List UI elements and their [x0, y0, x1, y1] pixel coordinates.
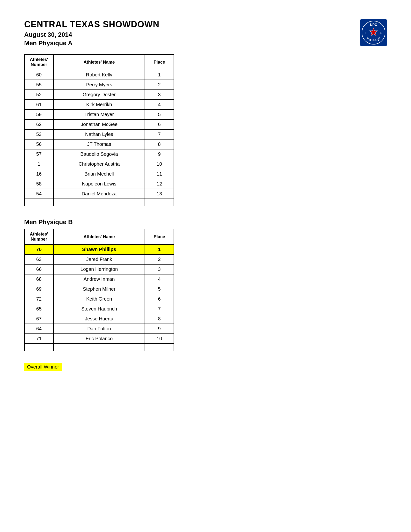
athlete-place: 9: [145, 324, 174, 334]
table-row: 56 JT Thomas 8: [24, 139, 174, 149]
svg-text:NPC: NPC: [370, 23, 377, 27]
athlete-name: Nathan Lyles: [53, 129, 145, 139]
table-row: 52 Gregory Doster 3: [24, 90, 174, 100]
athlete-place: 7: [145, 129, 174, 139]
athlete-number: 55: [24, 80, 53, 90]
athlete-name: Perry Myers: [53, 80, 145, 90]
event-date: August 30, 2014: [24, 31, 159, 38]
athlete-number: 61: [24, 100, 53, 110]
athlete-place: 4: [145, 274, 174, 284]
table-row: 16 Brian Mechell 11: [24, 169, 174, 179]
athlete-number: 62: [24, 119, 53, 129]
svg-text:A: A: [378, 36, 380, 39]
svg-text:S: S: [380, 31, 382, 34]
athlete-place: 6: [145, 119, 174, 129]
athlete-place: 9: [145, 149, 174, 159]
athlete-place: 6: [145, 294, 174, 304]
athlete-name: Baudelio Segovia: [53, 149, 145, 159]
athlete-place: 11: [145, 169, 174, 179]
overall-winner-label: Overall Winner: [24, 363, 62, 371]
athlete-place: 5: [145, 110, 174, 119]
athlete-number: 57: [24, 149, 53, 159]
athlete-place: 5: [145, 284, 174, 294]
athlete-place: 2: [145, 254, 174, 264]
athlete-name: Keith Green: [53, 294, 145, 304]
division-b-title: Men Physique B: [24, 218, 387, 226]
table-row: 55 Perry Myers 2: [24, 80, 174, 90]
table-row: 70 Shawn Phillips 1: [24, 245, 174, 254]
page-header: CENTRAL TEXAS SHOWDOWN August 30, 2014 M…: [24, 19, 387, 47]
athlete-number: 68: [24, 274, 53, 284]
athlete-place: 10: [145, 159, 174, 169]
npc-logo: NPC TEXAS T S E A: [360, 19, 387, 46]
athlete-name: Tristan Meyer: [53, 110, 145, 119]
svg-text:T: T: [365, 31, 367, 34]
athlete-name: Christopher Austria: [53, 159, 145, 169]
athlete-number: 66: [24, 264, 53, 274]
athlete-number: 67: [24, 314, 53, 324]
table-row: 69 Stephen Milner 5: [24, 284, 174, 294]
athlete-number: 53: [24, 129, 53, 139]
athlete-name: Eric Polanco: [53, 334, 145, 344]
athlete-name: Shawn Phillips: [53, 245, 145, 254]
athlete-place: 4: [145, 100, 174, 110]
athlete-place: 7: [145, 304, 174, 314]
athlete-number: 70: [24, 245, 53, 254]
athlete-place: 8: [145, 139, 174, 149]
athlete-number: 69: [24, 284, 53, 294]
athlete-number: 64: [24, 324, 53, 334]
table-row: 1 Christopher Austria 10: [24, 159, 174, 169]
table-a-header-place: Place: [145, 54, 174, 70]
athlete-name: Jesse Huerta: [53, 314, 145, 324]
table-row: 54 Daniel Mendoza 13: [24, 189, 174, 199]
athlete-place: 10: [145, 334, 174, 344]
division-a-title: Men Physique A: [24, 39, 159, 47]
athlete-name: Stephen Milner: [53, 284, 145, 294]
athlete-name: Dan Fulton: [53, 324, 145, 334]
table-row: 66 Logan Herrington 3: [24, 264, 174, 274]
athlete-name: Jonathan McGee: [53, 119, 145, 129]
athlete-number: 58: [24, 179, 53, 189]
table-row: 62 Jonathan McGee 6: [24, 119, 174, 129]
empty-row: [24, 344, 174, 351]
table-row: 68 Andrew Inman 4: [24, 274, 174, 284]
athlete-name: Logan Herrington: [53, 264, 145, 274]
table-b-header-name: Athletes' Name: [53, 229, 145, 245]
athlete-name: Brian Mechell: [53, 169, 145, 179]
athlete-name: Andrew Inman: [53, 274, 145, 284]
table-a-header-number: Athletes' Number: [24, 54, 53, 70]
athlete-number: 63: [24, 254, 53, 264]
athlete-name: Napoleon Lewis: [53, 179, 145, 189]
athlete-name: Daniel Mendoza: [53, 189, 145, 199]
athlete-name: Steven Hauprich: [53, 304, 145, 314]
athlete-name: Jared Frank: [53, 254, 145, 264]
athlete-place: 2: [145, 80, 174, 90]
svg-text:TEXAS: TEXAS: [368, 38, 379, 42]
athlete-place: 12: [145, 179, 174, 189]
athlete-place: 1: [145, 70, 174, 80]
athlete-name: Gregory Doster: [53, 90, 145, 100]
table-row: 63 Jared Frank 2: [24, 254, 174, 264]
table-row: 58 Napoleon Lewis 12: [24, 179, 174, 189]
athlete-place: 3: [145, 90, 174, 100]
table-row: 53 Nathan Lyles 7: [24, 129, 174, 139]
svg-text:E: E: [367, 36, 369, 39]
athlete-number: 59: [24, 110, 53, 119]
overall-winner-badge: Overall Winner: [24, 358, 387, 371]
athlete-number: 71: [24, 334, 53, 344]
physique-a-table: Athletes' Number Athletes' Name Place 60…: [24, 54, 174, 206]
athlete-place: 13: [145, 189, 174, 199]
header-text: CENTRAL TEXAS SHOWDOWN August 30, 2014 M…: [24, 19, 159, 47]
table-row: 72 Keith Green 6: [24, 294, 174, 304]
athlete-number: 16: [24, 169, 53, 179]
athlete-number: 72: [24, 294, 53, 304]
athlete-name: JT Thomas: [53, 139, 145, 149]
athlete-place: 8: [145, 314, 174, 324]
athlete-place: 3: [145, 264, 174, 274]
table-b-header-number: Athletes' Number: [24, 229, 53, 245]
table-row: 60 Robert Kelly 1: [24, 70, 174, 80]
athlete-name: Robert Kelly: [53, 70, 145, 80]
table-row: 65 Steven Hauprich 7: [24, 304, 174, 314]
table-row: 57 Baudelio Segovia 9: [24, 149, 174, 159]
athlete-number: 52: [24, 90, 53, 100]
